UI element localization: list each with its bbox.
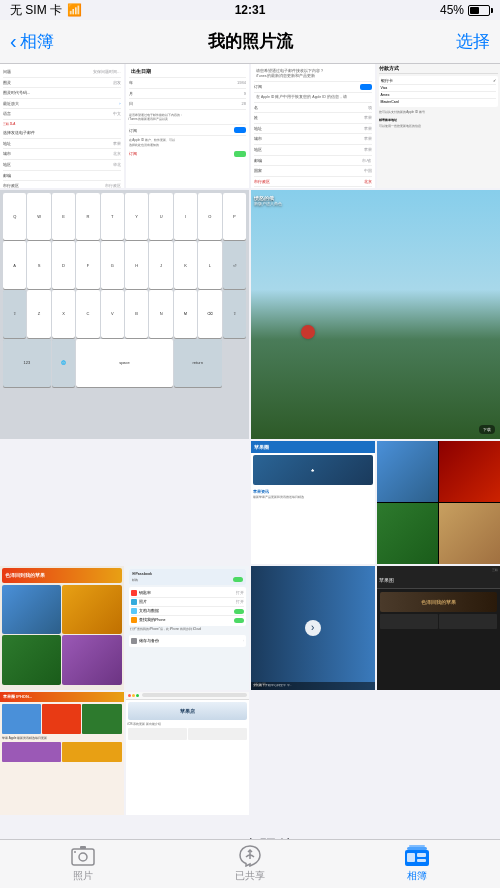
- photo-item[interactable]: Q W E R T Y U I O P A S D F G H J K L ⏎: [0, 190, 249, 439]
- tab-photos-label: 照片: [73, 869, 93, 883]
- svg-point-3: [74, 851, 76, 853]
- photo-item[interactable]: 出生日期 年1984 月9 日28 是否希望通过电子邮件接收以下内容的：iTun…: [126, 64, 250, 188]
- status-battery: 45%: [440, 3, 490, 17]
- tab-bar: 照片 已共享 相簿: [0, 839, 500, 888]
- photo-item[interactable]: 色泽回到我的苹果: [0, 566, 124, 690]
- nav-bar: ‹ 相簿 我的照片流 选择: [0, 20, 500, 64]
- page-title: 我的照片流: [208, 30, 293, 53]
- battery-percent: 45%: [440, 3, 464, 17]
- photo-item[interactable]: [377, 441, 501, 565]
- tab-albums[interactable]: 相簿: [333, 845, 500, 883]
- battery-icon: [468, 5, 490, 16]
- photo-item[interactable]: 愤怒的俄 新版户进入角色 下载: [251, 190, 500, 439]
- photo-count-area: 318 张照片: [0, 815, 500, 839]
- albums-tab-icon: [403, 845, 431, 867]
- photo-item[interactable]: 苹果圈 ♣ 苹果资讯 最新苹果产品更新和资讯推送每日精选: [251, 441, 375, 565]
- svg-rect-9: [417, 859, 426, 862]
- tab-albums-label: 相簿: [407, 869, 427, 883]
- photo-item[interactable]: 苹果圈 IPHON... 苹果 Apple 最新资讯精选每日更新: [0, 692, 124, 816]
- back-chevron-icon: ‹: [10, 30, 17, 53]
- photo-item[interactable]: 付款方式 银行卡✓ Visa Amex MasterCard 您可以从支付的新的…: [377, 64, 501, 188]
- photo-item[interactable]: 苹果图 色泽回我的苹果 三联: [377, 566, 501, 690]
- svg-rect-1: [80, 846, 86, 849]
- wifi-icon: 📶: [67, 3, 82, 17]
- svg-rect-6: [409, 845, 425, 847]
- main-content: 问题安保问题时间... 图灵启发 图灵时代号码... 最近放大› 语言中文 三联…: [0, 64, 500, 839]
- back-button[interactable]: ‹ 相簿: [10, 30, 54, 53]
- status-carrier: 无 SIM 卡 📶: [10, 2, 82, 19]
- status-bar: 无 SIM 卡 📶 12:31 45%: [0, 0, 500, 20]
- photo-grid: 问题安保问题时间... 图灵启发 图灵时代号码... 最近放大› 语言中文 三联…: [0, 64, 500, 815]
- svg-rect-5: [407, 847, 427, 850]
- svg-rect-7: [407, 853, 415, 862]
- photos-tab-icon: [69, 845, 97, 867]
- photo-item[interactable]: 问题安保问题时间... 图灵启发 图灵时代号码... 最近放大› 语言中文 三联…: [0, 64, 124, 188]
- photo-item[interactable]: 请您希望通过电子邮件接收以下内容？iTunes 的最新消息更新和产品更新 订阅 …: [251, 64, 375, 188]
- photo-item[interactable]: › 环太平 全景旗下开始中心到全平 平...: [251, 566, 375, 690]
- photo-item[interactable]: ✉ Passbook 邮购 钥匙串 打开 照片 打开: [126, 566, 250, 690]
- svg-point-2: [79, 853, 87, 861]
- tab-photos[interactable]: 照片: [0, 845, 167, 883]
- shared-tab-icon: [236, 845, 264, 867]
- photo-item[interactable]: 苹果店 iOS 系统更新 新功能介绍: [126, 692, 250, 816]
- svg-rect-8: [417, 853, 426, 857]
- back-label: 相簿: [20, 30, 54, 53]
- tab-shared-label: 已共享: [235, 869, 265, 883]
- carrier-text: 无 SIM 卡: [10, 2, 62, 19]
- select-button[interactable]: 选择: [456, 30, 490, 53]
- tab-shared[interactable]: 已共享: [167, 845, 334, 883]
- status-time: 12:31: [235, 3, 266, 17]
